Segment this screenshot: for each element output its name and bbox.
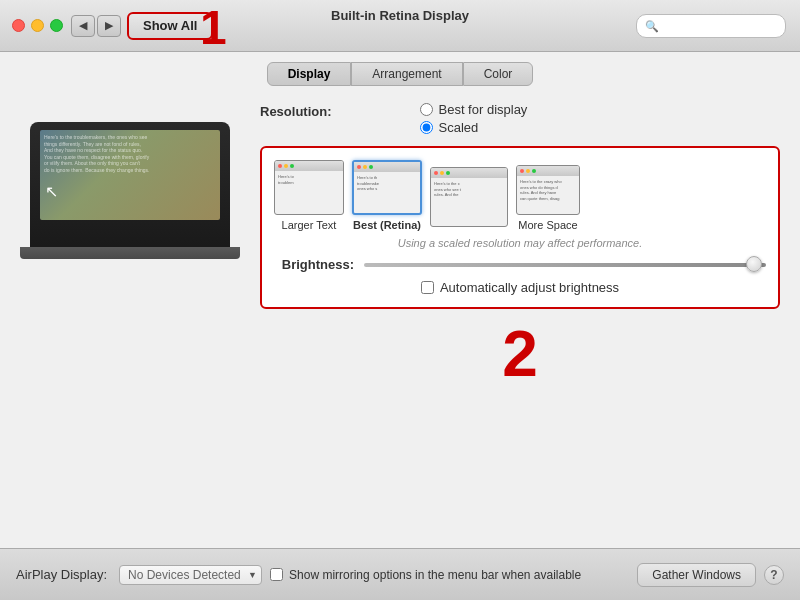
search-box[interactable]: 🔍 [636, 14, 786, 38]
gather-windows-button[interactable]: Gather Windows [637, 563, 756, 587]
auto-brightness-row: Automatically adjust brightness [274, 280, 766, 295]
resolution-scaled[interactable]: Scaled [420, 120, 528, 135]
thumb-dot-yellow2 [363, 165, 367, 169]
thumb-best-retina[interactable]: Here's to thtroublemakeones who s Best (… [352, 160, 422, 231]
auto-brightness-checkbox[interactable] [421, 281, 434, 294]
radio-scaled[interactable] [420, 121, 433, 134]
thumb-window-more: Here's to the crazy whoones who do thing… [516, 165, 580, 215]
screen-content: Here's to the troublemakers, the ones wh… [40, 130, 220, 177]
main-content: Display Arrangement Color Here's to the … [0, 52, 800, 548]
thumb-dot-red [278, 164, 282, 168]
thumb-content-3: Here's to the cones who see trules. And … [431, 178, 507, 201]
performance-note: Using a scaled resolution may affect per… [274, 237, 766, 249]
tab-color[interactable]: Color [463, 62, 534, 86]
thumb-label-retina: Best (Retina) [353, 219, 421, 231]
traffic-lights [12, 19, 63, 32]
airplay-select[interactable]: No Devices Detected [119, 565, 262, 585]
thumb-content-retina: Here's to thtroublemakeones who s [354, 172, 420, 195]
thumb-dot-red3 [434, 171, 438, 175]
scaled-options-box: Here's totroublem Larger Text [260, 146, 780, 309]
mirroring-label: Show mirroring options in the menu bar w… [289, 568, 581, 582]
laptop-screen: Here's to the troublemakers, the ones wh… [40, 130, 220, 220]
thumb-dot-yellow [284, 164, 288, 168]
brightness-row: Brightness: [274, 257, 766, 272]
thumb-content-more: Here's to the crazy whoones who do thing… [517, 176, 579, 204]
minimize-button[interactable] [31, 19, 44, 32]
thumb-content-larger: Here's totroublem [275, 171, 343, 188]
panels-area: Here's to the troublemakers, the ones wh… [0, 92, 800, 548]
laptop-image: Here's to the troublemakers, the ones wh… [30, 122, 230, 262]
search-icon: 🔍 [645, 20, 659, 33]
thumb-dot-red4 [520, 169, 524, 173]
thumb-label-larger: Larger Text [282, 219, 337, 231]
settings-area: Resolution: Best for display Scaled [260, 102, 780, 538]
search-input[interactable] [663, 20, 777, 32]
resolution-label: Resolution: [260, 104, 332, 119]
thumb-dot-green4 [532, 169, 536, 173]
thumb-window-3: Here's to the cones who see trules. And … [430, 167, 508, 227]
thumb-titlebar-retina [354, 162, 420, 172]
annotation-label-2: 2 [260, 317, 780, 391]
bottom-bar: AirPlay Display: No Devices Detected ▼ S… [0, 548, 800, 600]
tabs-bar: Display Arrangement Color [0, 52, 800, 92]
resolution-thumbnails: Here's totroublem Larger Text [274, 160, 766, 231]
tab-display[interactable]: Display [267, 62, 352, 86]
resolution-options: Best for display Scaled [420, 102, 528, 138]
thumb-titlebar-3 [431, 168, 507, 178]
laptop-preview: Here's to the troublemakers, the ones wh… [20, 102, 240, 538]
thumb-window-larger: Here's totroublem [274, 160, 344, 215]
close-button[interactable] [12, 19, 25, 32]
thumb-label-more: More Space [518, 219, 577, 231]
radio-scaled-label: Scaled [439, 120, 479, 135]
thumb-dot-green2 [369, 165, 373, 169]
tab-arrangement[interactable]: Arrangement [351, 62, 462, 86]
brightness-slider-thumb[interactable] [746, 256, 762, 272]
thumb-dot-green3 [446, 171, 450, 175]
window-title: Built-in Retina Display [331, 8, 469, 23]
back-button[interactable]: ◀ [71, 15, 95, 37]
resolution-section: Resolution: Best for display Scaled [260, 102, 780, 138]
radio-best[interactable] [420, 103, 433, 116]
thumb-dot-yellow3 [440, 171, 444, 175]
annotation-label-1: 1 [200, 4, 227, 52]
laptop-body: Here's to the troublemakers, the ones wh… [30, 122, 230, 247]
mirroring-row: Show mirroring options in the menu bar w… [270, 568, 629, 582]
titlebar: ◀ ▶ Show All 1 Built-in Retina Display 🔍 [0, 0, 800, 52]
thumb-more-space[interactable]: Here's to the crazy whoones who do thing… [516, 165, 580, 231]
cursor-arrow: ↖ [45, 182, 58, 201]
thumb-dot-red2 [357, 165, 361, 169]
thumb-titlebar-more [517, 166, 579, 176]
thumb-titlebar-larger [275, 161, 343, 171]
resolution-best[interactable]: Best for display [420, 102, 528, 117]
thumb-dot-yellow4 [526, 169, 530, 173]
brightness-slider-track[interactable] [364, 263, 766, 267]
auto-brightness-label: Automatically adjust brightness [440, 280, 619, 295]
thumb-dot-green [290, 164, 294, 168]
nav-arrows: ◀ ▶ [71, 15, 121, 37]
thumb-window-retina: Here's to thtroublemakeones who s [352, 160, 422, 215]
maximize-button[interactable] [50, 19, 63, 32]
laptop-base [20, 247, 240, 259]
thumb-option3[interactable]: Here's to the cones who see trules. And … [430, 167, 508, 231]
airplay-label: AirPlay Display: [16, 567, 107, 582]
forward-button[interactable]: ▶ [97, 15, 121, 37]
thumb-larger-text[interactable]: Here's totroublem Larger Text [274, 160, 344, 231]
help-button[interactable]: ? [764, 565, 784, 585]
airplay-select-wrapper[interactable]: No Devices Detected ▼ [119, 565, 262, 585]
radio-best-label: Best for display [439, 102, 528, 117]
mirroring-checkbox[interactable] [270, 568, 283, 581]
brightness-label: Brightness: [274, 257, 354, 272]
